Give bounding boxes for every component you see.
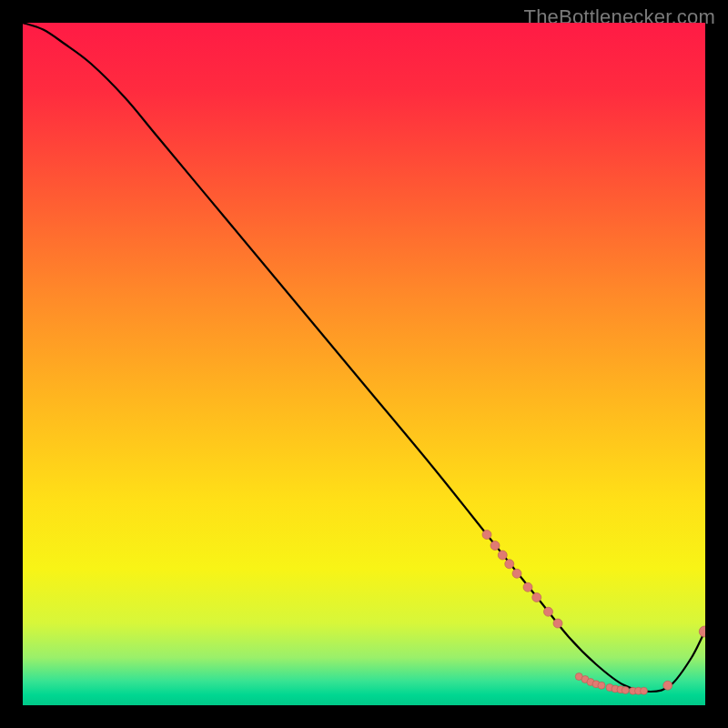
data-marker xyxy=(622,687,629,694)
data-marker xyxy=(512,569,521,578)
gradient-background xyxy=(23,23,705,705)
data-marker xyxy=(553,619,562,628)
data-marker xyxy=(523,582,532,592)
data-marker xyxy=(663,681,672,690)
plot-area xyxy=(23,23,705,705)
data-marker xyxy=(532,593,541,602)
data-marker xyxy=(641,687,648,694)
data-marker xyxy=(482,531,491,540)
data-marker xyxy=(498,551,507,560)
data-marker xyxy=(505,560,514,569)
data-marker xyxy=(544,607,553,616)
data-marker xyxy=(598,682,605,689)
chart-stage: TheBottlenecker.com xyxy=(0,0,728,728)
bottleneck-chart xyxy=(23,23,705,705)
data-marker xyxy=(490,541,500,551)
